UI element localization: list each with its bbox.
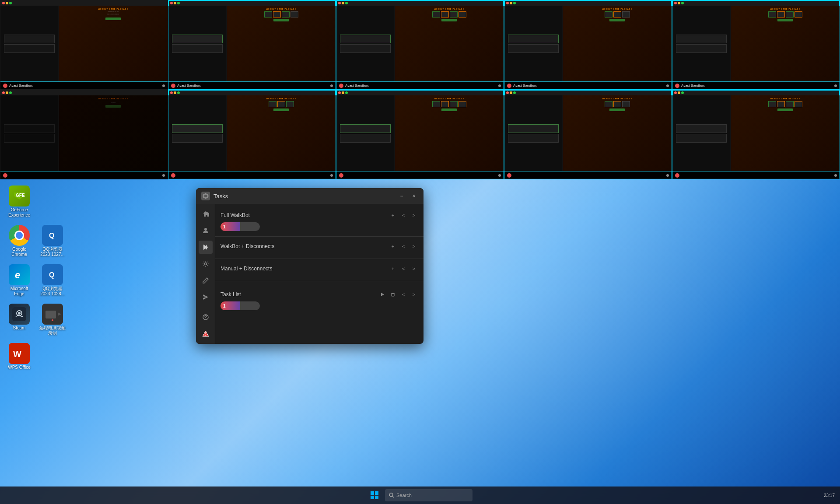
task-header-fullwalkbot: Full WalkBot + < >	[220, 211, 418, 220]
task-item-manual-disconnects[interactable]: Manual + Disconnects + < >	[215, 261, 424, 279]
task-prev-btn-1[interactable]: <	[399, 211, 408, 220]
sandbox-indicator-9	[666, 174, 669, 177]
sandbox-icon-7	[171, 173, 175, 178]
task-name-fullwalkbot: Full WalkBot	[220, 212, 388, 218]
qq-browser-1-icon: Q	[42, 225, 63, 246]
task-list-play-btn[interactable]	[378, 290, 387, 299]
start-button[interactable]	[368, 488, 382, 502]
sandbox-icon-2	[171, 84, 175, 88]
sandbox-window-3[interactable]: WEEKLY CARE PACKAGE Avast Sandbox	[336, 0, 504, 90]
sidebar-help-btn[interactable]	[199, 311, 213, 324]
task-item-fullwalkbot[interactable]: Full WalkBot + < > 1	[215, 207, 424, 234]
sandbox-icon-9	[507, 173, 511, 178]
sandbox-indicator-8	[498, 174, 501, 177]
sandbox-titlebar-2	[168, 0, 336, 6]
tasks-main-content: Full WalkBot + < > 1 WalkBot + Disconnec…	[215, 204, 424, 344]
sandbox-window-4[interactable]: WEEKLY CARE PACKAGE Avast Sandbox	[504, 0, 672, 90]
task-list-delete-btn[interactable]	[388, 290, 397, 299]
sandbox-icon-4	[507, 84, 511, 88]
sandbox-indicator-4	[666, 84, 669, 87]
task-add-btn-3[interactable]: +	[388, 264, 397, 273]
task-list-next-btn[interactable]: >	[410, 290, 418, 299]
desktop-icon-qq2[interactable]: Q QQ浏览器 2023 1028...	[37, 262, 68, 298]
tasks-minimize-btn[interactable]: −	[397, 192, 406, 200]
sandbox-icon-10	[675, 173, 679, 178]
sandbox-icon-8	[339, 173, 343, 178]
sandbox-icon-1	[3, 84, 7, 88]
task-next-btn-1[interactable]: >	[410, 211, 418, 220]
task-list-header: Task List < >	[215, 287, 424, 301]
sidebar-users-btn[interactable]	[199, 224, 213, 237]
sandbox-window-1[interactable]: WEEKLY CARE PACKAGE ── ── ── ── ── ●●●●●…	[0, 0, 168, 90]
desktop-icon-chrome[interactable]: Google Chrome	[4, 223, 35, 259]
sidebar-home-btn[interactable]	[199, 207, 213, 220]
svg-point-29	[389, 493, 393, 497]
desktop-icon-wps[interactable]: W WPS Office	[4, 341, 35, 372]
sandbox-content-4: WEEKLY CARE PACKAGE	[504, 6, 672, 81]
svg-text:GFE: GFE	[16, 193, 25, 198]
sidebar-alert-btn[interactable]	[199, 327, 213, 340]
task-list-progress-container: 1	[215, 301, 424, 314]
sandbox-indicator-3	[498, 84, 501, 87]
taskbar-search[interactable]: Search	[385, 489, 472, 501]
sidebar-send-btn[interactable]	[199, 290, 213, 304]
svg-point-13	[52, 319, 53, 321]
sandbox-titlebar-8	[336, 90, 504, 95]
taskbar: Search 23:17	[0, 486, 840, 504]
desktop-icon-geforce[interactable]: GFE GeForce Experience	[4, 184, 35, 220]
sandbox-window-9[interactable]: WEEKLY CARE PACKAGE	[504, 90, 672, 179]
task-add-btn-1[interactable]: +	[388, 211, 397, 220]
sandbox-icon-3	[339, 84, 343, 88]
svg-rect-25	[371, 491, 374, 495]
task-prev-btn-3[interactable]: <	[399, 264, 408, 273]
task-prev-btn-2[interactable]: <	[399, 242, 408, 251]
tasks-close-btn[interactable]: ×	[410, 192, 418, 200]
task-divider-3	[215, 281, 424, 281]
svg-point-21	[204, 263, 206, 265]
sandbox-label-2: Avast Sandbox	[168, 81, 336, 89]
sandbox-titlebar-9	[504, 90, 672, 95]
sandbox-content-2: WEEKLY CARE PACKAGE	[168, 6, 336, 81]
desktop-icon-video-rec[interactable]: 远程电脑视频 录制	[37, 302, 68, 338]
sandbox-label-text-1: Avast Sandbox	[9, 84, 33, 88]
desktop-icon-steam[interactable]: Steam	[4, 302, 35, 338]
sandbox-icon-6	[3, 173, 7, 178]
desktop-icon-edge[interactable]: e Microsoft Edge	[4, 262, 35, 298]
svg-rect-11	[46, 311, 56, 318]
sidebar-settings-btn[interactable]	[199, 257, 213, 270]
sandbox-content-1: WEEKLY CARE PACKAGE ── ── ── ── ── ●●●●●…	[0, 6, 168, 81]
task-next-btn-2[interactable]: >	[410, 242, 418, 251]
sandbox-label-8	[336, 171, 504, 179]
sandbox-window-2[interactable]: WEEKLY CARE PACKAGE Avast Sandbox	[168, 0, 336, 90]
sandbox-window-6[interactable]: WEEKLY CARE PACKAGE ●●●●●●	[0, 90, 168, 179]
sandbox-content-6: WEEKLY CARE PACKAGE ●●●●●●	[0, 95, 168, 171]
sandbox-indicator-10	[834, 174, 837, 177]
task-header-walkbot-disconnects: WalkBot + Disconnects + < >	[220, 242, 418, 251]
sidebar-edit-btn[interactable]	[199, 274, 213, 287]
sandbox-content-9: WEEKLY CARE PACKAGE	[504, 95, 672, 171]
task-add-btn-2[interactable]: +	[388, 242, 397, 251]
svg-marker-23	[381, 293, 384, 296]
task-spacer	[215, 283, 424, 287]
sandbox-label-6	[0, 171, 168, 179]
wps-icon: W	[9, 343, 30, 364]
sidebar-play-btn[interactable]	[199, 241, 213, 254]
svg-text:Q: Q	[49, 271, 54, 279]
wps-label: WPS Office	[8, 365, 31, 370]
sandbox-window-5[interactable]: WEEKLY CARE PACKAGE Avast Sandbox	[672, 0, 840, 90]
task-list-prev-btn[interactable]: <	[399, 290, 408, 299]
task-divider-2	[215, 259, 424, 259]
sandbox-window-10[interactable]: WEEKLY CARE PACKAGE	[672, 90, 840, 179]
edge-label: Microsoft Edge	[5, 286, 33, 297]
sandbox-content-10: WEEKLY CARE PACKAGE	[672, 95, 840, 171]
task-next-btn-3[interactable]: >	[410, 264, 418, 273]
svg-rect-28	[375, 496, 378, 499]
task-item-walkbot-disconnects[interactable]: WalkBot + Disconnects + < >	[215, 238, 424, 257]
sandbox-window-7[interactable]: WEEKLY CARE PACKAGE	[168, 90, 336, 179]
svg-text:Q: Q	[49, 232, 54, 239]
video-rec-label: 远程电脑视频 录制	[38, 326, 66, 336]
desktop-icon-qq1[interactable]: Q QQ浏览器 2023 1027...	[37, 223, 68, 259]
sandbox-label-9	[504, 171, 672, 179]
sandbox-content-5: WEEKLY CARE PACKAGE	[672, 6, 840, 81]
sandbox-window-8[interactable]: WEEKLY CARE PACKAGE	[336, 90, 504, 179]
